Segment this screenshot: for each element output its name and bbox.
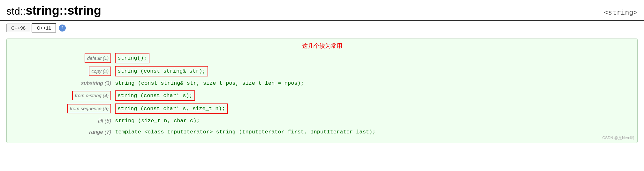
page-title: std::string::string xyxy=(6,4,101,18)
help-icon[interactable]: ? xyxy=(59,25,66,32)
constructor-code-5: string (size_t n, char c); xyxy=(113,115,631,126)
table-row: from sequence (5)string (const char* s, … xyxy=(13,102,631,115)
constructor-label-5: fill (6) xyxy=(13,115,113,126)
table-row: fill (6)string (size_t n, char c); xyxy=(13,115,631,126)
table-row: copy (2)string (const string& str); xyxy=(13,65,631,78)
constructor-code-2: string (const string& str, size_t pos, s… xyxy=(113,78,631,89)
constructor-code-3: string (const char* s); xyxy=(113,89,631,102)
constructor-label-2: substring (3) xyxy=(13,78,113,89)
constructor-label-3: from c-string (4) xyxy=(13,89,113,102)
constructor-code-4: string (const char* s, size_t n); xyxy=(113,102,631,115)
constructor-label-0: default (1) xyxy=(13,52,113,65)
watermark: CSDN @是Nero哦 xyxy=(602,135,634,141)
constructor-code-0: string(); xyxy=(113,52,631,65)
tab-cpp11[interactable]: C++11 xyxy=(32,23,56,32)
table-row: substring (3)string (const string& str, … xyxy=(13,78,631,89)
tab-cpp98[interactable]: C++98 xyxy=(6,24,30,32)
tabs-row: C++98 C++11 ? xyxy=(0,21,644,35)
header-tag: <string> xyxy=(604,8,638,16)
constructor-code-1: string (const string& str); xyxy=(113,65,631,78)
constructor-label-1: copy (2) xyxy=(13,65,113,78)
title-main: string::string xyxy=(26,4,101,17)
annotation-common: 这几个较为常用 xyxy=(302,42,342,50)
constructor-label-6: range (7) xyxy=(13,126,113,138)
constructor-label-4: from sequence (5) xyxy=(13,102,113,115)
table-row: from c-string (4)string (const char* s); xyxy=(13,89,631,102)
code-table: default (1)string();copy (2)string (cons… xyxy=(13,52,631,138)
code-panel: 这几个较为常用 default (1)string();copy (2)stri… xyxy=(6,39,638,143)
constructor-code-6: template <class InputIterator> string (I… xyxy=(113,126,631,138)
table-row: range (7)template <class InputIterator> … xyxy=(13,126,631,138)
table-row: default (1)string(); xyxy=(13,52,631,65)
page-header: std::string::string <string> xyxy=(0,0,644,21)
title-prefix: std:: xyxy=(6,5,26,17)
